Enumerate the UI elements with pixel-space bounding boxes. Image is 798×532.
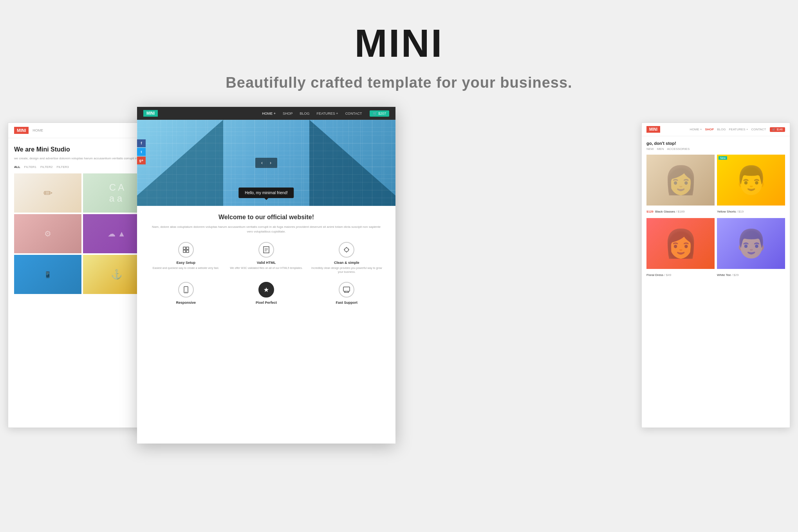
right-cart-btn[interactable]: 🛒 $146	[770, 127, 785, 132]
product-1: 👩 $129 Black Glasses / $189	[646, 155, 715, 216]
center-cart-btn[interactable]: 🛒 $207	[370, 110, 389, 117]
easy-setup-icon	[178, 242, 194, 258]
studio-text: we create, design and advertise dolorem …	[14, 156, 150, 161]
valid-html-icon	[258, 242, 274, 258]
shop-header: go, don't stop!	[646, 141, 785, 146]
filter-3[interactable]: FILTER3	[56, 165, 69, 169]
filter-new[interactable]: NEW	[646, 147, 654, 151]
responsive-icon	[178, 282, 194, 298]
feature-clean: Clean & simple Incredibly clean design p…	[310, 242, 384, 274]
product-new-badge-2: New	[719, 156, 727, 160]
center-nav-links: HOME + SHOP BLOG FEATURES + CONTACT	[262, 112, 362, 115]
fast-support-icon	[339, 282, 354, 298]
feature-fast-support: Fast Support	[310, 282, 384, 306]
right-nav-links: HOME + SHOP BLOG FEATURES + CONTACT	[690, 128, 766, 131]
filter-all[interactable]: ALL	[14, 165, 20, 169]
right-content: go, don't stop! NEW MEN ACCESSORIES 👩 $1…	[642, 136, 790, 284]
filter-men[interactable]: MEN	[657, 147, 664, 151]
svg-rect-3	[186, 250, 189, 252]
product-name-3: Floral Dress	[646, 273, 664, 277]
responsive-title: Responsive	[149, 301, 223, 305]
valid-html-desc: We offer W3C validated files on all of o…	[229, 266, 303, 270]
gp-btn[interactable]: g+	[137, 157, 146, 164]
svg-rect-0	[183, 247, 186, 249]
hello-tooltip: Hello, my minimal friend!	[238, 188, 294, 198]
product-name-4: White Tee	[717, 273, 732, 277]
product-price-1: / $189	[676, 210, 684, 213]
portfolio-grid: ✏ C Aa a ⚙ ☁ ▲ 📱 ⚓	[14, 173, 150, 294]
center-nav-blog[interactable]: BLOG	[300, 112, 310, 115]
svg-rect-15	[343, 287, 350, 291]
center-hero: f t g+ ‹ › Hello, my minimal friend!	[137, 120, 395, 206]
features-grid-2: Responsive Pixel Perfect	[149, 282, 384, 306]
product-name-2: Yellow Shorts	[717, 210, 737, 213]
right-nav-features[interactable]: FEATURES +	[729, 128, 748, 131]
center-nav-home[interactable]: HOME +	[262, 112, 276, 115]
portfolio-item-1[interactable]: ✏	[14, 173, 81, 213]
portfolio-item-3[interactable]: ⚙	[14, 214, 81, 253]
carousel-next[interactable]: ›	[267, 159, 274, 166]
easy-setup-title: Easy Setup	[149, 261, 223, 265]
svg-point-8	[345, 248, 348, 252]
center-nav-shop[interactable]: SHOP	[283, 112, 293, 115]
welcome-title: Welcome to our official website!	[149, 214, 384, 221]
product-info-3: Floral Dress / $49	[646, 269, 715, 279]
product-2: New 👨 Yellow Shorts / $19	[717, 155, 785, 216]
product-name-1: Black Glasses	[655, 210, 676, 213]
carousel-prev[interactable]: ‹	[258, 159, 265, 166]
product-3: 👩 Floral Dress / $49	[646, 218, 715, 279]
screenshots-container: MINI HOME We are Mini Studio we create, …	[0, 107, 798, 459]
svg-rect-1	[186, 247, 189, 249]
right-nav-home[interactable]: HOME +	[690, 128, 702, 131]
fb-btn[interactable]: f	[137, 139, 146, 147]
right-nav-blog[interactable]: BLOG	[717, 128, 726, 131]
social-sidebar: f t g+	[137, 139, 146, 164]
fast-support-title: Fast Support	[310, 301, 384, 305]
left-nav-links: HOME	[32, 128, 43, 132]
studio-title: We are Mini Studio	[14, 146, 150, 153]
product-info-2: Yellow Shorts / $19	[717, 206, 785, 216]
product-img-2[interactable]: New 👨	[717, 155, 785, 206]
right-logo: MINI	[646, 126, 660, 133]
product-img-1[interactable]: 👩	[646, 155, 715, 206]
subtitle: Beautifully crafted template for your bu…	[8, 74, 790, 91]
easy-setup-desc: Easiest and quickest way to create a web…	[149, 266, 223, 270]
left-nav-home[interactable]: HOME	[32, 128, 43, 132]
product-4: 👨 White Tee / $29	[717, 218, 785, 279]
feature-responsive: Responsive	[149, 282, 223, 306]
right-nav-contact[interactable]: CONTACT	[751, 128, 766, 131]
left-nav: MINI HOME	[8, 123, 156, 138]
filter-accessories[interactable]: ACCESSORIES	[667, 147, 690, 151]
filter-1[interactable]: FILTER1	[24, 165, 36, 169]
product-price-2: / $19	[737, 210, 744, 213]
product-img-3[interactable]: 👩	[646, 218, 715, 269]
center-screenshot: MINI HOME + SHOP BLOG FEATURES + CONTACT…	[137, 107, 395, 444]
center-content: Welcome to our official website! Nam, do…	[137, 206, 395, 314]
tw-btn[interactable]: t	[137, 148, 146, 156]
center-nav-features[interactable]: FEATURES +	[317, 112, 338, 115]
filter-2[interactable]: FILTER2	[40, 165, 52, 169]
header-section: MINI Beautifully crafted template for yo…	[0, 0, 798, 107]
right-nav-shop[interactable]: SHOP	[705, 128, 714, 131]
main-title: MINI	[8, 23, 790, 63]
clean-icon	[339, 242, 354, 258]
product-price-4: / $29	[732, 273, 739, 277]
center-nav-contact[interactable]: CONTACT	[345, 112, 362, 115]
product-img-4[interactable]: 👨	[717, 218, 785, 269]
products-grid: 👩 $129 Black Glasses / $189 New 👨	[646, 155, 785, 279]
studio-content: We are Mini Studio we create, design and…	[8, 138, 156, 302]
feature-valid-html: Valid HTML We offer W3C validated files …	[229, 242, 303, 274]
pixel-perfect-icon	[258, 282, 274, 298]
features-grid-1: Easy Setup Easiest and quickest way to c…	[149, 242, 384, 274]
center-logo: MINI	[143, 110, 158, 117]
product-price-3: / $49	[664, 273, 671, 277]
pixel-perfect-title: Pixel Perfect	[229, 301, 303, 305]
right-nav: MINI HOME + SHOP BLOG FEATURES + CONTACT…	[642, 123, 790, 136]
shop-filters: NEW MEN ACCESSORIES	[646, 147, 785, 151]
svg-point-14	[186, 292, 186, 292]
portfolio-item-5[interactable]: 📱	[14, 255, 81, 294]
right-screenshot: MINI HOME + SHOP BLOG FEATURES + CONTACT…	[641, 123, 790, 428]
left-logo: MINI	[14, 127, 29, 134]
product-price-old-1: $129	[646, 210, 654, 213]
product-info-4: White Tee / $29	[717, 269, 785, 279]
